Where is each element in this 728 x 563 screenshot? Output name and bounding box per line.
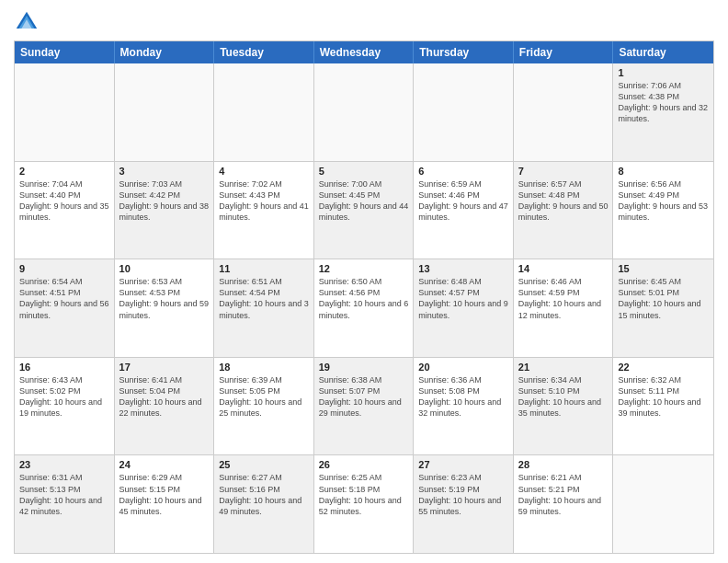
day-info: Sunrise: 7:03 AM Sunset: 4:42 PM Dayligh… <box>119 178 210 224</box>
day-info: Sunrise: 7:04 AM Sunset: 4:40 PM Dayligh… <box>19 178 109 224</box>
day-number: 9 <box>19 263 109 274</box>
day-info: Sunrise: 6:36 AM Sunset: 5:08 PM Dayligh… <box>418 374 508 419</box>
day-info: Sunrise: 6:46 AM Sunset: 4:59 PM Dayligh… <box>518 276 609 321</box>
day-number: 2 <box>19 166 109 177</box>
day-cell-27: 27Sunrise: 6:23 AM Sunset: 5:19 PM Dayli… <box>414 455 514 553</box>
day-cell-12: 12Sunrise: 6:50 AM Sunset: 4:56 PM Dayli… <box>314 259 415 357</box>
day-cell-28: 28Sunrise: 6:21 AM Sunset: 5:21 PM Dayli… <box>514 455 614 553</box>
day-info: Sunrise: 6:32 AM Sunset: 5:11 PM Dayligh… <box>618 374 709 419</box>
day-info: Sunrise: 6:25 AM Sunset: 5:18 PM Dayligh… <box>319 472 409 517</box>
day-info: Sunrise: 6:39 AM Sunset: 5:05 PM Dayligh… <box>219 374 309 419</box>
day-number: 11 <box>219 263 309 274</box>
day-info: Sunrise: 6:50 AM Sunset: 4:56 PM Dayligh… <box>319 276 409 321</box>
empty-cell <box>613 455 713 553</box>
day-cell-5: 5Sunrise: 7:00 AM Sunset: 4:45 PM Daylig… <box>314 162 415 259</box>
day-info: Sunrise: 6:27 AM Sunset: 5:16 PM Dayligh… <box>219 472 309 517</box>
day-number: 23 <box>19 459 109 470</box>
day-number: 20 <box>418 362 508 373</box>
day-info: Sunrise: 7:00 AM Sunset: 4:45 PM Dayligh… <box>319 178 409 224</box>
day-cell-23: 23Sunrise: 6:31 AM Sunset: 5:13 PM Dayli… <box>15 455 115 553</box>
empty-cell <box>514 63 614 161</box>
calendar-row-5: 23Sunrise: 6:31 AM Sunset: 5:13 PM Dayli… <box>15 454 713 553</box>
day-cell-15: 15Sunrise: 6:45 AM Sunset: 5:01 PM Dayli… <box>613 259 713 357</box>
weekday-header-monday: Monday <box>115 41 215 63</box>
day-cell-14: 14Sunrise: 6:46 AM Sunset: 4:59 PM Dayli… <box>514 259 614 357</box>
day-cell-6: 6Sunrise: 6:59 AM Sunset: 4:46 PM Daylig… <box>414 162 514 259</box>
day-cell-3: 3Sunrise: 7:03 AM Sunset: 4:42 PM Daylig… <box>115 162 215 259</box>
weekday-header-saturday: Saturday <box>613 41 713 63</box>
empty-cell <box>314 63 415 161</box>
page: SundayMondayTuesdayWednesdayThursdayFrid… <box>0 0 728 563</box>
day-info: Sunrise: 6:21 AM Sunset: 5:21 PM Dayligh… <box>518 472 609 517</box>
day-cell-24: 24Sunrise: 6:29 AM Sunset: 5:15 PM Dayli… <box>115 455 215 553</box>
weekday-header-thursday: Thursday <box>414 41 514 63</box>
day-info: Sunrise: 6:53 AM Sunset: 4:53 PM Dayligh… <box>119 276 210 321</box>
day-number: 26 <box>319 459 409 470</box>
weekday-header-wednesday: Wednesday <box>314 41 415 63</box>
calendar-row-2: 2Sunrise: 7:04 AM Sunset: 4:40 PM Daylig… <box>15 161 713 259</box>
day-number: 14 <box>518 263 609 274</box>
day-number: 25 <box>219 459 309 470</box>
day-cell-21: 21Sunrise: 6:34 AM Sunset: 5:10 PM Dayli… <box>514 358 614 455</box>
empty-cell <box>15 63 115 161</box>
day-cell-9: 9Sunrise: 6:54 AM Sunset: 4:51 PM Daylig… <box>15 259 115 357</box>
header <box>14 9 714 35</box>
day-info: Sunrise: 6:34 AM Sunset: 5:10 PM Dayligh… <box>518 374 609 419</box>
day-info: Sunrise: 6:54 AM Sunset: 4:51 PM Dayligh… <box>19 276 109 321</box>
day-info: Sunrise: 6:29 AM Sunset: 5:15 PM Dayligh… <box>119 472 210 517</box>
day-info: Sunrise: 6:57 AM Sunset: 4:48 PM Dayligh… <box>518 178 609 224</box>
empty-cell <box>115 63 215 161</box>
day-number: 28 <box>518 459 609 470</box>
day-cell-13: 13Sunrise: 6:48 AM Sunset: 4:57 PM Dayli… <box>414 259 514 357</box>
logo <box>14 9 43 35</box>
day-number: 6 <box>418 166 508 177</box>
day-cell-11: 11Sunrise: 6:51 AM Sunset: 4:54 PM Dayli… <box>214 259 314 357</box>
calendar: SundayMondayTuesdayWednesdayThursdayFrid… <box>14 40 714 554</box>
day-info: Sunrise: 6:56 AM Sunset: 4:49 PM Dayligh… <box>618 178 709 224</box>
day-number: 18 <box>219 362 309 373</box>
day-info: Sunrise: 6:41 AM Sunset: 5:04 PM Dayligh… <box>119 374 210 419</box>
day-info: Sunrise: 7:02 AM Sunset: 4:43 PM Dayligh… <box>219 178 309 224</box>
calendar-header: SundayMondayTuesdayWednesdayThursdayFrid… <box>15 41 713 63</box>
empty-cell <box>214 63 314 161</box>
day-cell-22: 22Sunrise: 6:32 AM Sunset: 5:11 PM Dayli… <box>613 358 713 455</box>
day-number: 16 <box>19 362 109 373</box>
weekday-header-friday: Friday <box>514 41 614 63</box>
calendar-row-1: 1Sunrise: 7:06 AM Sunset: 4:38 PM Daylig… <box>15 63 713 161</box>
calendar-row-4: 16Sunrise: 6:43 AM Sunset: 5:02 PM Dayli… <box>15 357 713 455</box>
calendar-row-3: 9Sunrise: 6:54 AM Sunset: 4:51 PM Daylig… <box>15 259 713 357</box>
day-cell-19: 19Sunrise: 6:38 AM Sunset: 5:07 PM Dayli… <box>314 358 415 455</box>
weekday-header-sunday: Sunday <box>15 41 115 63</box>
day-info: Sunrise: 6:59 AM Sunset: 4:46 PM Dayligh… <box>418 178 508 224</box>
day-number: 3 <box>119 166 210 177</box>
weekday-header-tuesday: Tuesday <box>214 41 314 63</box>
day-cell-4: 4Sunrise: 7:02 AM Sunset: 4:43 PM Daylig… <box>214 162 314 259</box>
day-number: 8 <box>618 166 709 177</box>
day-number: 13 <box>418 263 508 274</box>
day-number: 7 <box>518 166 609 177</box>
day-info: Sunrise: 6:43 AM Sunset: 5:02 PM Dayligh… <box>19 374 109 419</box>
day-cell-16: 16Sunrise: 6:43 AM Sunset: 5:02 PM Dayli… <box>15 358 115 455</box>
logo-icon <box>14 9 40 35</box>
day-cell-18: 18Sunrise: 6:39 AM Sunset: 5:05 PM Dayli… <box>214 358 314 455</box>
day-cell-1: 1Sunrise: 7:06 AM Sunset: 4:38 PM Daylig… <box>613 63 713 161</box>
day-number: 12 <box>319 263 409 274</box>
day-info: Sunrise: 6:45 AM Sunset: 5:01 PM Dayligh… <box>618 276 709 321</box>
day-cell-25: 25Sunrise: 6:27 AM Sunset: 5:16 PM Dayli… <box>214 455 314 553</box>
day-number: 21 <box>518 362 609 373</box>
day-cell-10: 10Sunrise: 6:53 AM Sunset: 4:53 PM Dayli… <box>115 259 215 357</box>
day-cell-7: 7Sunrise: 6:57 AM Sunset: 4:48 PM Daylig… <box>514 162 614 259</box>
day-number: 5 <box>319 166 409 177</box>
day-info: Sunrise: 6:48 AM Sunset: 4:57 PM Dayligh… <box>418 276 508 321</box>
day-number: 24 <box>119 459 210 470</box>
calendar-body: 1Sunrise: 7:06 AM Sunset: 4:38 PM Daylig… <box>15 63 713 553</box>
day-cell-17: 17Sunrise: 6:41 AM Sunset: 5:04 PM Dayli… <box>115 358 215 455</box>
day-number: 17 <box>119 362 210 373</box>
day-number: 27 <box>418 459 508 470</box>
day-info: Sunrise: 6:38 AM Sunset: 5:07 PM Dayligh… <box>319 374 409 419</box>
day-number: 4 <box>219 166 309 177</box>
day-cell-2: 2Sunrise: 7:04 AM Sunset: 4:40 PM Daylig… <box>15 162 115 259</box>
day-number: 10 <box>119 263 210 274</box>
empty-cell <box>414 63 514 161</box>
day-info: Sunrise: 6:23 AM Sunset: 5:19 PM Dayligh… <box>418 472 508 517</box>
